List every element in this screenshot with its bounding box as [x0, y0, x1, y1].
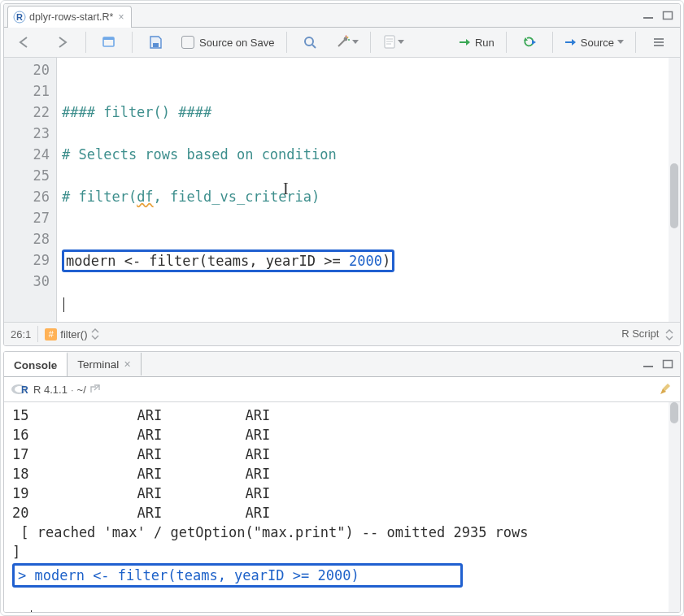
svg-rect-3	[664, 12, 673, 20]
editor-statusbar: 26:1 # filter() R Script	[4, 322, 680, 345]
language-mode[interactable]: R Script	[621, 328, 673, 341]
console-scrollbar[interactable]	[669, 402, 680, 612]
svg-text:R: R	[16, 12, 23, 22]
console-tabbar: Console Terminal✕	[4, 352, 680, 377]
clear-console-icon[interactable]	[659, 382, 673, 397]
svg-rect-5	[103, 37, 114, 40]
working-dir[interactable]: ~/	[77, 384, 86, 396]
editor-toolbar: Source on Save Run Source	[4, 28, 680, 58]
cursor-position: 26:1	[11, 328, 31, 341]
highlighted-console-line: > modern <- filter(teams, yearID >= 2000…	[12, 563, 463, 588]
r-version: R 4.1.1	[33, 384, 68, 396]
editor-scrollbar[interactable]	[669, 58, 680, 322]
console-output[interactable]: 15 ARI ARI 16 ARI ARI 17 ARI ARI 18 ARI …	[4, 402, 680, 612]
code-editor[interactable]: 20 ▾21 22 23 24 25 26 27 28 29 30 #### f…	[4, 58, 680, 322]
editor-tabbar: R dplyr-rows-start.R* ×	[4, 4, 680, 28]
run-button[interactable]: Run	[454, 30, 499, 54]
source-button[interactable]: Source	[560, 30, 629, 54]
find-button[interactable]	[294, 30, 326, 54]
section-name[interactable]: filter()	[60, 328, 87, 341]
svg-rect-6	[153, 43, 159, 47]
nav-back-button[interactable]	[9, 30, 41, 54]
chevron-down-icon	[398, 40, 404, 45]
tab-console[interactable]: Console	[4, 352, 68, 376]
code-area[interactable]: #### filter() #### # Selects rows based …	[57, 58, 680, 322]
svg-rect-23	[664, 361, 673, 368]
console-pane: Console Terminal✕ R R 4.1.1 · ~/ 15 ARI	[3, 351, 681, 613]
nav-forward-button[interactable]	[46, 30, 79, 54]
svg-rect-22	[643, 366, 653, 367]
code-tools-button[interactable]	[331, 30, 364, 54]
maximize-pane-icon[interactable]	[659, 357, 677, 371]
tab-terminal[interactable]: Terminal✕	[68, 353, 142, 375]
svg-text:R: R	[21, 384, 28, 396]
save-button[interactable]	[139, 30, 172, 54]
compile-report-button[interactable]	[377, 30, 410, 54]
chevron-down-icon	[617, 40, 624, 45]
source-on-save-label: Source on Save	[199, 37, 275, 49]
chevron-down-icon	[352, 40, 359, 45]
checkbox-icon	[181, 36, 194, 49]
popout-wd-icon[interactable]	[89, 384, 101, 394]
console-info-bar: R R 4.1.1 · ~/	[4, 377, 680, 402]
rerun-button[interactable]	[513, 30, 546, 54]
svg-point-12	[345, 36, 346, 37]
svg-point-10	[346, 37, 348, 38]
section-badge-icon: #	[45, 328, 57, 341]
svg-rect-2	[643, 17, 653, 19]
r-logo-icon: R	[11, 383, 28, 396]
r-file-icon: R	[13, 11, 26, 24]
close-icon[interactable]: ✕	[124, 359, 131, 370]
pane-window-controls	[639, 357, 680, 371]
outline-button[interactable]	[643, 30, 675, 54]
text-cursor-icon: I	[283, 178, 289, 199]
section-nav-icon[interactable]	[91, 328, 99, 340]
source-label: Source	[581, 37, 614, 49]
source-editor-pane: R dplyr-rows-start.R* ×	[3, 3, 681, 346]
svg-point-11	[348, 39, 350, 41]
highlighted-code-line: modern <- filter(teams, yearID >= 2000)	[62, 249, 394, 272]
show-in-new-window-button[interactable]	[93, 30, 125, 54]
pane-window-controls	[639, 8, 680, 23]
scroll-thumb[interactable]	[670, 163, 678, 228]
minimize-pane-icon[interactable]	[639, 357, 657, 371]
console-caret	[31, 610, 32, 612]
editor-caret	[63, 297, 64, 312]
line-gutter: 20 ▾21 22 23 24 25 26 27 28 29 30	[4, 58, 57, 322]
source-on-save-toggle[interactable]: Source on Save	[176, 30, 280, 54]
close-tab-icon[interactable]: ×	[119, 11, 124, 23]
svg-line-8	[312, 45, 316, 48]
run-label: Run	[475, 37, 494, 49]
file-tab[interactable]: R dplyr-rows-start.R* ×	[7, 6, 132, 28]
maximize-pane-icon[interactable]	[659, 8, 677, 23]
scroll-thumb[interactable]	[670, 402, 678, 423]
minimize-pane-icon[interactable]	[639, 8, 657, 23]
file-tab-title: dplyr-rows-start.R*	[29, 11, 114, 23]
svg-point-7	[305, 37, 313, 46]
